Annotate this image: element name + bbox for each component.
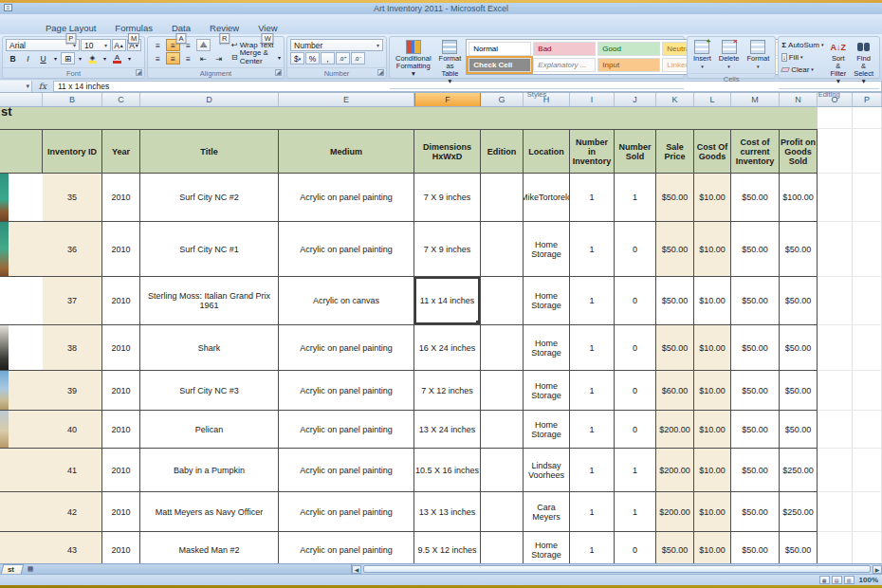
column-header-l[interactable]: L xyxy=(694,93,731,106)
cell-n-row-42[interactable]: $250.00 xyxy=(780,492,818,532)
cell-a-row-39[interactable] xyxy=(0,371,43,411)
cell-h-row-35[interactable]: MikeTortorelo xyxy=(524,174,570,222)
cell-l-row-37[interactable]: $10.00 xyxy=(694,277,731,325)
cell-f-row-40[interactable]: 13 X 24 inches xyxy=(414,411,481,449)
number-format-select[interactable]: Number▾ xyxy=(290,39,383,51)
name-box[interactable]: ▾ xyxy=(0,81,32,92)
column-header-c[interactable]: C xyxy=(102,93,140,106)
cell-i-row-38[interactable]: 1 xyxy=(570,325,615,371)
cell-h-row-40[interactable]: Home Storage xyxy=(524,411,570,449)
cell-n-row-37[interactable]: $50.00 xyxy=(780,277,818,325)
cell-d-row-38[interactable]: Shark xyxy=(140,325,279,371)
cell-p-row-39[interactable] xyxy=(853,371,882,411)
cell-h-row-41[interactable]: LindsayVoorhees xyxy=(524,449,570,492)
cell-k-row-37[interactable]: $50.00 xyxy=(656,277,694,325)
cell-f-row-41[interactable]: 10.5 X 16 inches xyxy=(414,449,481,492)
cell-n-row-43[interactable]: $50.00 xyxy=(780,532,818,563)
selected-cell[interactable]: 11 x 14 inches xyxy=(414,277,481,325)
cell-e-row-42[interactable]: Acrylic on panel painting xyxy=(279,492,414,532)
cell-b-row-38[interactable]: 38 xyxy=(43,325,102,371)
cell-a-row-42[interactable] xyxy=(0,492,43,532)
column-header-d[interactable]: D xyxy=(140,93,279,106)
cell-style-normal[interactable]: Normal xyxy=(469,42,531,56)
cell-k-row-40[interactable]: $200.00 xyxy=(656,411,694,449)
cell-n-row-39[interactable]: $50.00 xyxy=(780,371,818,411)
cell-m-row-43[interactable]: $50.00 xyxy=(731,532,780,563)
decrease-indent-icon[interactable]: ⇤ xyxy=(196,52,211,64)
cell-p-row-35[interactable] xyxy=(853,174,882,222)
cell-d-row-41[interactable]: Baby in a Pumpkin xyxy=(140,449,279,492)
cell-c-row-41[interactable]: 2010 xyxy=(102,449,140,492)
cell-f-row-35[interactable]: 7 X 9 inches xyxy=(414,174,481,222)
header-cell-i[interactable]: NumberinInventory xyxy=(570,129,615,174)
cell-l-row-36[interactable]: $10.00 xyxy=(694,222,731,277)
scrollbar-thumb[interactable] xyxy=(363,565,871,573)
italic-button[interactable]: I xyxy=(21,52,35,64)
cell-c-row-36[interactable]: 2010 xyxy=(102,222,140,277)
cell-c-row-38[interactable]: 2010 xyxy=(102,325,140,371)
ribbon-tab-formulas[interactable]: FormulasM xyxy=(105,21,162,34)
align-center-icon[interactable]: ≡ xyxy=(166,52,180,64)
cell-g-row-39[interactable] xyxy=(481,371,524,411)
header-cell-j[interactable]: NumberSold xyxy=(615,129,656,174)
header-cell-d[interactable]: Title xyxy=(140,129,279,174)
cell-m-row-35[interactable]: $50.00 xyxy=(731,174,780,222)
cell-h-row-42[interactable]: Cara Meyers xyxy=(524,492,570,532)
cell-m-row-42[interactable]: $50.00 xyxy=(731,492,780,532)
cell-m-row-36[interactable]: $50.00 xyxy=(731,222,780,277)
underline-dropdown[interactable]: ▾ xyxy=(51,52,60,64)
cell-n-row-40[interactable]: $50.00 xyxy=(780,411,818,449)
cell-p-row-38[interactable] xyxy=(853,325,882,371)
cell-g-row-43[interactable] xyxy=(481,532,524,563)
cell-p-title[interactable] xyxy=(853,107,882,129)
cell-e-row-41[interactable]: Acrylic on panel painting xyxy=(279,449,414,492)
cell-o-row-39[interactable] xyxy=(818,371,853,411)
worksheet-title-band[interactable]: st xyxy=(0,107,818,129)
decrease-decimal-icon[interactable]: .0⁻ xyxy=(351,52,365,64)
title-bar[interactable]: ≡ Art Inventory 2011 - Microsoft Excel xyxy=(0,3,882,14)
column-header-m[interactable]: M xyxy=(731,93,780,106)
artwork-thumbnail[interactable] xyxy=(0,222,9,276)
cell-j-row-35[interactable]: 1 xyxy=(615,174,656,222)
cell-j-row-38[interactable]: 0 xyxy=(615,325,656,371)
cell-i-row-35[interactable]: 1 xyxy=(570,174,615,222)
cell-l-row-40[interactable]: $10.00 xyxy=(694,411,731,449)
header-cell-a[interactable] xyxy=(0,129,43,174)
zoom-level[interactable]: 100% xyxy=(859,576,878,584)
conditional-formatting-button[interactable]: ConditionalFormatting ▾ xyxy=(393,39,434,79)
scroll-left-icon[interactable]: ◀ xyxy=(352,565,361,574)
orientation-button[interactable]: ⟁ xyxy=(196,39,211,51)
cell-e-row-37[interactable]: Acrylic on canvas xyxy=(279,277,414,325)
cell-o-row-36[interactable] xyxy=(818,222,853,277)
cell-b-row-43[interactable]: 43 xyxy=(43,532,102,563)
ribbon-tab-data[interactable]: DataA xyxy=(162,21,200,34)
align-left-icon[interactable]: ≡ xyxy=(151,52,165,64)
merge-center-button[interactable]: ⊟Merge & Center▾ xyxy=(231,51,281,63)
header-cell-n[interactable]: Profit onGoodsSold xyxy=(780,129,818,174)
align-right-icon[interactable]: ≡ xyxy=(181,52,195,64)
cell-p-header[interactable] xyxy=(853,129,882,174)
cell-e-row-38[interactable]: Acrylic on panel painting xyxy=(279,325,414,371)
cell-p-row-40[interactable] xyxy=(853,411,882,449)
artwork-thumbnail[interactable] xyxy=(0,325,9,370)
font-color-button[interactable]: A xyxy=(110,52,124,64)
comma-style-button[interactable]: , xyxy=(321,52,335,64)
normal-view-icon[interactable]: ▦ xyxy=(819,576,830,584)
cell-k-row-41[interactable]: $200.00 xyxy=(656,449,694,492)
cell-style-input[interactable]: Input xyxy=(597,58,660,72)
cell-h-row-39[interactable]: Home Storage xyxy=(524,371,570,411)
cell-a-row-40[interactable] xyxy=(0,411,43,449)
cell-style-good[interactable]: Good xyxy=(597,42,660,56)
number-dialog-launcher-icon[interactable]: ◢ xyxy=(377,69,384,76)
cell-n-row-41[interactable]: $250.00 xyxy=(780,449,818,492)
cell-n-row-35[interactable]: $100.00 xyxy=(780,174,818,222)
borders-button[interactable]: ⊞ xyxy=(61,52,75,64)
cell-l-row-43[interactable]: $10.00 xyxy=(694,532,731,563)
ribbon-tab-view[interactable]: ViewW xyxy=(248,21,286,34)
header-cell-k[interactable]: SalePrice xyxy=(656,129,694,174)
cell-o-row-35[interactable] xyxy=(818,174,853,222)
cell-style-explanatory[interactable]: Explanatory ... xyxy=(533,58,596,72)
accounting-format-button[interactable]: $▾ xyxy=(290,52,304,64)
header-cell-h[interactable]: Location xyxy=(524,129,570,174)
grow-font-button[interactable]: A▲ xyxy=(112,39,126,51)
